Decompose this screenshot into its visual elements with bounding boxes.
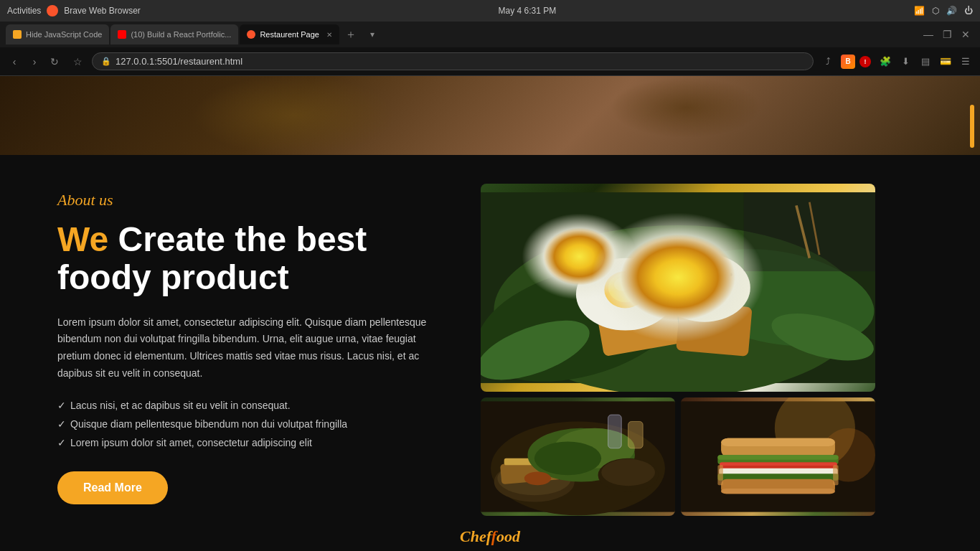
tab-close-restaurant[interactable]: ✕ bbox=[326, 31, 332, 39]
tabs-bar: Hide JavaScript Code (10) Build a React … bbox=[0, 22, 980, 47]
svg-line-21 bbox=[809, 202, 819, 255]
page-content: About us We Create the best foody produc… bbox=[0, 76, 980, 551]
bluetooth-icon: ⬡ bbox=[932, 6, 939, 16]
about-checklist: Lacus nisi, et ac dapibus sit eu velit i… bbox=[57, 400, 438, 448]
back-icon: ‹ bbox=[13, 56, 17, 67]
food-image-salad bbox=[481, 397, 675, 516]
checklist-item-2: Quisque diam pellentesque bibendum non d… bbox=[57, 418, 438, 430]
tab-label-hide-js: Hide JavaScript Code bbox=[26, 30, 102, 39]
svg-point-33 bbox=[524, 472, 551, 486]
lock-icon: 🔒 bbox=[101, 57, 111, 66]
sandwich-svg bbox=[681, 397, 875, 516]
url-text: 127.0.0.1:5501/restaurent.html bbox=[116, 56, 242, 67]
svg-line-20 bbox=[796, 205, 809, 258]
svg-point-32 bbox=[601, 459, 655, 486]
close-window-button[interactable]: ✕ bbox=[957, 26, 974, 43]
about-us-label: About us bbox=[57, 191, 438, 209]
svg-point-3 bbox=[672, 235, 875, 360]
about-right-images bbox=[481, 184, 875, 516]
tab-label-restaurant: Restaurent Page bbox=[260, 30, 319, 39]
svg-rect-50 bbox=[833, 465, 838, 485]
svg-point-11 bbox=[608, 273, 643, 302]
svg-point-17 bbox=[670, 270, 673, 273]
about-heading: We Create the best foody product bbox=[57, 221, 438, 297]
share-button[interactable]: ⤴ bbox=[819, 53, 837, 70]
bookmark-icon: ☆ bbox=[73, 56, 83, 67]
checklist-item-1: Lacus nisi, et ac dapibus sit eu velit i… bbox=[57, 400, 438, 411]
maximize-button[interactable]: ❐ bbox=[938, 26, 956, 43]
read-more-button[interactable]: Read More bbox=[57, 471, 168, 504]
tab-favicon-restaurant bbox=[247, 30, 255, 39]
puzzle-icon: 🧩 bbox=[880, 56, 891, 67]
download-button[interactable]: ⬇ bbox=[897, 53, 914, 70]
svg-point-30 bbox=[534, 441, 601, 475]
checklist-item-3: Lorem ipsum dolor sit amet, consectetur … bbox=[57, 437, 438, 448]
tab-react-portfolio[interactable]: (10) Build a React Portfolic... bbox=[110, 24, 238, 44]
food-image-eggs bbox=[481, 184, 875, 392]
svg-point-10 bbox=[604, 271, 646, 308]
svg-rect-40 bbox=[721, 438, 835, 446]
brave-logo-icon bbox=[47, 5, 58, 17]
share-icon: ⤴ bbox=[826, 56, 831, 67]
tab-restaurant[interactable]: Restaurent Page ✕ bbox=[240, 24, 339, 44]
about-description: Lorem ipsum dolor sit amet, consectetur … bbox=[57, 314, 438, 382]
wifi-icon: 📶 bbox=[914, 6, 925, 16]
footer-hint: Cheffood bbox=[0, 522, 980, 551]
tab-favicon-react bbox=[118, 30, 126, 39]
svg-point-1 bbox=[494, 225, 862, 392]
about-left-column: About us We Create the best foody produc… bbox=[57, 184, 438, 504]
tab-hide-js[interactable]: Hide JavaScript Code bbox=[6, 24, 109, 44]
tab-list-button[interactable]: ▾ bbox=[362, 24, 382, 44]
minimize-button[interactable]: — bbox=[920, 26, 937, 43]
extensions-button[interactable]: 🧩 bbox=[877, 53, 894, 70]
svg-rect-6 bbox=[595, 291, 682, 357]
menu-button[interactable]: ☰ bbox=[957, 53, 974, 70]
brave-shield-button[interactable]: B bbox=[841, 55, 855, 69]
svg-rect-48 bbox=[721, 489, 835, 494]
svg-rect-34 bbox=[608, 415, 622, 448]
svg-point-8 bbox=[576, 258, 674, 331]
power-icon: ⏻ bbox=[964, 6, 973, 16]
wallet-button[interactable]: 💳 bbox=[937, 53, 954, 70]
svg-rect-7 bbox=[676, 301, 752, 357]
svg-point-12 bbox=[614, 278, 630, 291]
svg-point-2 bbox=[481, 246, 694, 392]
url-bar[interactable]: 🔒 127.0.0.1:5501/restaurent.html bbox=[92, 52, 814, 70]
address-bar: ‹ › ↻ ☆ 🔒 127.0.0.1:5501/restaurent.html… bbox=[0, 47, 980, 76]
orange-accent-bar bbox=[970, 105, 974, 148]
svg-point-5 bbox=[767, 304, 875, 369]
heading-highlight: We bbox=[57, 220, 108, 258]
food-image-sandwich bbox=[681, 397, 875, 516]
system-tray: 📶 ⬡ 🔊 ⏻ bbox=[914, 6, 973, 16]
reload-icon: ↻ bbox=[50, 56, 59, 67]
menu-icon: ☰ bbox=[961, 56, 970, 67]
bookmark-button[interactable]: ☆ bbox=[69, 53, 86, 70]
footer-logo: Cheffood bbox=[460, 527, 520, 546]
about-section: About us We Create the best foody produc… bbox=[0, 155, 933, 545]
wallet-icon: 💳 bbox=[940, 56, 951, 67]
eggs-svg bbox=[481, 184, 875, 392]
back-button[interactable]: ‹ bbox=[6, 53, 23, 70]
svg-point-16 bbox=[650, 276, 654, 281]
new-tab-button[interactable]: ＋ bbox=[341, 24, 361, 44]
svg-rect-42 bbox=[717, 455, 838, 460]
salad-svg bbox=[481, 397, 675, 516]
volume-icon: 🔊 bbox=[946, 6, 957, 16]
svg-point-4 bbox=[481, 309, 597, 392]
brave-rewards-button[interactable]: ! bbox=[859, 56, 871, 67]
svg-rect-0 bbox=[481, 192, 875, 383]
datetime: May 4 6:31 PM bbox=[499, 6, 557, 16]
svg-point-9 bbox=[659, 253, 750, 321]
rewards-icon: ! bbox=[864, 58, 867, 65]
svg-rect-19 bbox=[744, 192, 875, 271]
svg-point-14 bbox=[689, 268, 720, 295]
sidebar-toggle[interactable]: ▤ bbox=[917, 53, 934, 70]
svg-point-13 bbox=[684, 266, 724, 301]
browser-title: Brave Web Browser bbox=[64, 6, 140, 16]
activities-label[interactable]: Activities bbox=[7, 6, 41, 16]
sidebar-icon: ▤ bbox=[921, 56, 930, 67]
reload-button[interactable]: ↻ bbox=[46, 53, 63, 70]
tab-label-react: (10) Build a React Portfolic... bbox=[131, 30, 231, 39]
forward-button[interactable]: › bbox=[26, 53, 43, 70]
forward-icon: › bbox=[33, 56, 37, 67]
